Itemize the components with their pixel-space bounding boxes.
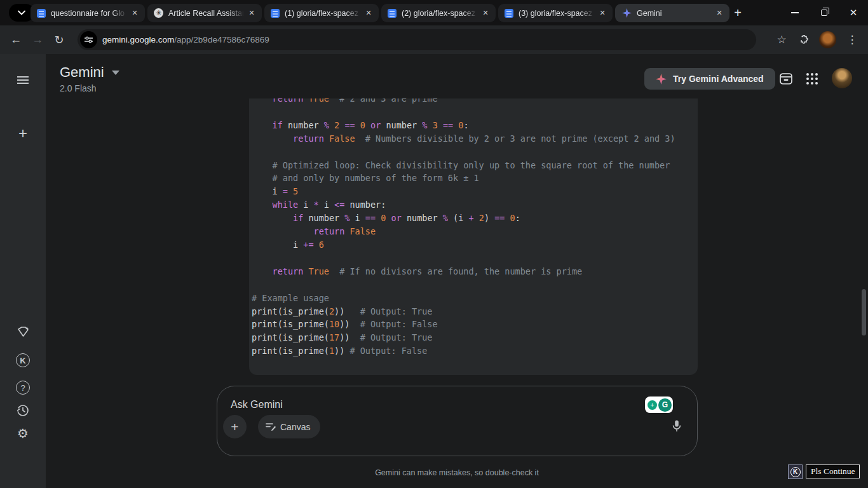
google-apps-button[interactable] [803,69,822,88]
code-line [252,252,694,265]
tab-title: (3) gloria/flex-spacez [519,9,595,18]
puzzle-icon [798,35,808,45]
code-line: # Example usage [252,292,694,305]
grammarly-logo-icon: G [658,398,672,412]
prompt-gallery-button[interactable] [776,69,796,88]
toolbar-right: ☆ ⋮ [771,25,868,54]
grammarly-suggestion-icon: + [648,400,657,410]
gemini-sidebar: + K ? ⚙ [0,54,46,488]
gemini-main: Gemini 2.0 Flash Try Gemini Advanced [46,54,868,488]
new-tab-button[interactable]: + [728,4,747,22]
new-chat-button[interactable]: + [15,126,31,141]
k-circle-icon: K [16,353,30,367]
window-controls: ✕ [780,0,868,25]
browser-tab[interactable]: (1) gloria/flex-spacez✕ [264,4,379,22]
code-line: if number % 2 == 0 or number % 3 == 0: [252,119,694,132]
minimize-icon [791,12,799,13]
disclaimer-text: Gemini can make mistakes, so double-chec… [46,468,868,477]
reload-button[interactable]: ↻ [48,29,70,51]
mic-icon [672,420,681,433]
gem-icon [16,326,30,339]
url-path: /app/2b9de47586c76869 [174,35,269,44]
address-bar[interactable]: gemini.google.com/app/2b9de47586c76869 [78,29,756,50]
canvas-icon [266,423,276,431]
code-line: return True # 2 and 3 are prime [252,98,694,105]
code-line: # and only by numbers of the form 6k ± 1 [252,172,694,185]
browser-tab[interactable]: (3) gloria/flex-spacez✕ [498,4,613,22]
code-line: if number % i == 0 or number % (i + 2) =… [252,212,694,225]
browser-tab[interactable]: ✳Article Recall Assistan✕ [147,4,262,22]
try-gemini-advanced-label: Try Gemini Advanced [673,74,764,84]
chevron-down-icon [18,10,25,15]
help-button[interactable]: ? [15,380,31,395]
browser-tab[interactable]: (2) gloria/flex-spacez✕ [381,4,496,22]
extensions-button[interactable] [792,29,814,51]
code-line [252,146,694,159]
prompt-input-box[interactable]: Ask Gemini + G + Canvas [217,386,698,456]
prompt-placeholder[interactable]: Ask Gemini [231,399,283,410]
browser-menu-button[interactable]: ⋮ [841,29,863,51]
settings-button[interactable]: ⚙ [15,426,31,441]
code-block[interactable]: return True # 2 and 3 are prime if numbe… [249,98,698,375]
tab-title: Gemini [637,9,712,18]
browser-profile-avatar[interactable] [819,31,836,48]
docs-favicon [271,9,280,18]
code-line: print(is_prime(17)) # Output: True [252,331,694,344]
tab-close-button[interactable]: ✕ [714,8,724,18]
bookmark-star-button[interactable]: ☆ [771,29,792,51]
model-label: 2.0 Flash [60,83,97,93]
page-scrollbar-thumb[interactable] [862,289,866,336]
code-line: # Optimized loop: Check divisibility onl… [252,159,694,172]
restore-button[interactable] [810,0,839,25]
gear-icon: ⚙ [17,426,29,441]
code-line: print(is_prime(2)) # Output: True [252,305,694,318]
canvas-label: Canvas [280,422,310,432]
docs-favicon [388,9,397,18]
tab-title: (2) gloria/flex-spacez [402,9,478,18]
code-line: i = 5 [252,185,694,198]
tab-close-button[interactable]: ✕ [247,8,257,18]
back-button[interactable]: ← [5,29,27,51]
app-title-label: Gemini [60,64,104,81]
close-window-button[interactable]: ✕ [839,0,868,25]
activity-button[interactable] [15,403,31,418]
pls-continue-note[interactable]: Pls Continue [806,464,860,478]
tray-icon [779,72,793,86]
tab-title: (1) gloria/flex-spacez [285,9,361,18]
minimize-button[interactable] [780,0,810,25]
article-recall-favicon: ✳ [154,8,163,18]
k-extension-button[interactable]: K [15,353,31,368]
gem-manager-button[interactable] [15,325,31,340]
tab-close-button[interactable]: ✕ [363,8,374,18]
browser-tab[interactable]: questionnaire for Glo✕ [31,4,145,22]
app-title[interactable]: Gemini [60,64,119,81]
browser-tab[interactable]: Gemini✕ [615,4,729,22]
code-line [252,105,694,119]
try-gemini-advanced-button[interactable]: Try Gemini Advanced [644,68,775,90]
url-text: gemini.google.com/app/2b9de47586c76869 [102,35,269,44]
site-settings-icon [85,36,93,43]
code-line: return True # If no divisors are found, … [252,265,694,278]
microphone-button[interactable] [668,417,686,435]
docs-favicon [37,9,46,18]
code-line [252,278,694,292]
tab-close-button[interactable]: ✕ [597,8,607,18]
grammarly-widget[interactable]: + G [645,396,673,413]
browser-window: questionnaire for Glo✕✳Article Recall As… [0,0,868,488]
help-icon: ? [16,381,30,395]
site-info-button[interactable] [80,31,97,48]
tab-close-button[interactable]: ✕ [480,8,491,18]
chevron-down-icon [112,71,119,75]
k-overlay-button[interactable]: K [788,464,803,479]
restore-icon [821,10,827,16]
code-content: return True # 2 and 3 are prime if numbe… [249,98,698,358]
canvas-button[interactable]: Canvas [258,415,320,438]
gemini-profile-avatar[interactable] [832,68,852,88]
code-line: print(is_prime(1)) # Output: False [252,344,694,358]
tab-close-button[interactable]: ✕ [130,8,140,18]
main-menu-button[interactable] [15,72,31,88]
forward-button[interactable]: → [27,29,48,51]
code-line: return False # Numbers divisible by 2 or… [252,132,694,146]
k-circle-icon: K [790,467,801,477]
add-files-button[interactable]: + [223,415,247,438]
